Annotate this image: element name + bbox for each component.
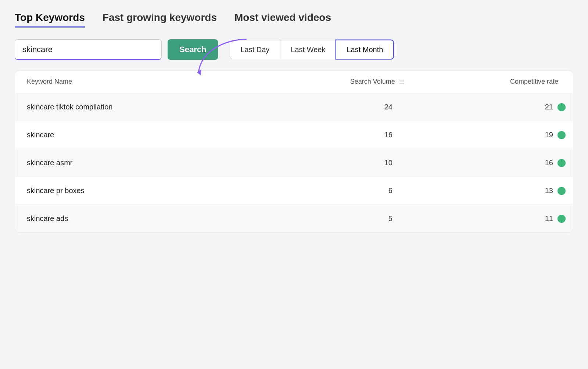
filter-last-month[interactable]: Last Month bbox=[336, 40, 394, 59]
rate-cell: 13 bbox=[410, 177, 573, 205]
sort-icon: ☰ bbox=[399, 79, 404, 86]
competitive-dot bbox=[557, 131, 566, 139]
competitive-dot bbox=[557, 103, 566, 111]
competitive-dot bbox=[557, 187, 566, 195]
tab-top-keywords[interactable]: Top Keywords bbox=[15, 12, 85, 28]
tab-bar: Top Keywords Fast growing keywords Most … bbox=[15, 12, 573, 28]
volume-cell: 24 bbox=[254, 93, 410, 121]
table-row: skincare tiktok compilation2421 bbox=[15, 93, 573, 121]
time-filter-group: Last Day Last Week Last Month bbox=[230, 40, 394, 59]
rate-cell: 21 bbox=[410, 93, 573, 121]
competitive-dot bbox=[557, 215, 566, 223]
competitive-dot bbox=[557, 159, 566, 167]
keyword-cell: skincare tiktok compilation bbox=[15, 93, 254, 121]
table-row: skincare1619 bbox=[15, 121, 573, 149]
search-input[interactable]: skincare bbox=[15, 39, 162, 60]
filter-last-day[interactable]: Last Day bbox=[230, 40, 280, 59]
rate-value: 19 bbox=[545, 131, 553, 139]
filter-last-week[interactable]: Last Week bbox=[280, 40, 336, 59]
rate-cell: 16 bbox=[410, 149, 573, 177]
controls-row: skincare Search Last Day Last Week Last … bbox=[15, 39, 573, 60]
rate-value: 13 bbox=[545, 187, 553, 195]
rate-value: 21 bbox=[545, 103, 553, 111]
search-button[interactable]: Search bbox=[168, 39, 218, 60]
tab-fast-growing[interactable]: Fast growing keywords bbox=[103, 12, 217, 28]
col-competitive-rate: Competitive rate bbox=[410, 70, 573, 93]
col-search-volume[interactable]: Search Volume ☰ bbox=[254, 70, 410, 93]
table-row: skincare ads511 bbox=[15, 205, 573, 233]
rate-cell: 11 bbox=[410, 205, 573, 233]
keyword-cell: skincare bbox=[15, 121, 254, 149]
keyword-cell: skincare ads bbox=[15, 205, 254, 233]
keywords-table: Keyword Name Search Volume ☰ Competitive… bbox=[15, 70, 573, 233]
volume-cell: 16 bbox=[254, 121, 410, 149]
table-row: skincare pr boxes613 bbox=[15, 177, 573, 205]
col-keyword-name: Keyword Name bbox=[15, 70, 254, 93]
rate-value: 11 bbox=[545, 214, 553, 223]
keyword-cell: skincare asmr bbox=[15, 149, 254, 177]
table-header-row: Keyword Name Search Volume ☰ Competitive… bbox=[15, 70, 573, 93]
rate-value: 16 bbox=[545, 159, 553, 167]
volume-cell: 5 bbox=[254, 205, 410, 233]
table-row: skincare asmr1016 bbox=[15, 149, 573, 177]
rate-cell: 19 bbox=[410, 121, 573, 149]
volume-cell: 6 bbox=[254, 177, 410, 205]
keyword-cell: skincare pr boxes bbox=[15, 177, 254, 205]
tab-most-viewed[interactable]: Most viewed videos bbox=[234, 12, 331, 28]
volume-cell: 10 bbox=[254, 149, 410, 177]
